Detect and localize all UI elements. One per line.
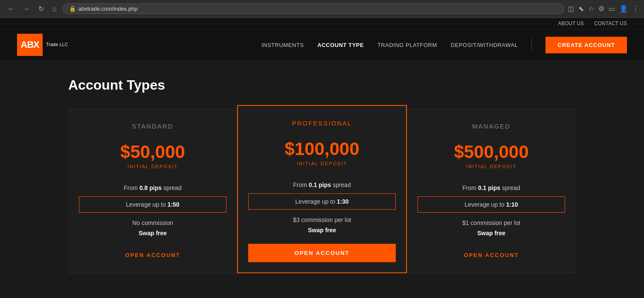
profile-icon[interactable]: 👤 <box>619 5 628 13</box>
lock-icon: 🔒 <box>69 6 76 12</box>
nav-divider <box>531 38 532 51</box>
standard-card-title: STANDARD <box>132 123 173 130</box>
page-content: Account Types STANDARD $50,000 INITIAL D… <box>0 60 644 273</box>
standard-deposit-label: INITIAL DEPOSIT <box>128 164 178 169</box>
standard-spread: From 0.8 pips spread <box>124 184 181 191</box>
create-account-button[interactable]: CREATE ACCOUNT <box>545 37 627 53</box>
nav-account-type[interactable]: ACCOUNT TYPE <box>317 42 364 48</box>
menu-icon[interactable]: ⋮ <box>632 5 639 13</box>
nav-refresh-button[interactable]: ↻ <box>36 4 46 14</box>
standard-commission: No commission <box>132 219 173 226</box>
nav-instruments[interactable]: INSTRUMENTS <box>261 42 304 48</box>
managed-card-amount: $500,000 <box>454 142 528 162</box>
url-text: abxtrade.com/index.php <box>78 6 138 12</box>
nav-home-button[interactable]: ⌂ <box>50 4 59 14</box>
managed-card-title: MANAGED <box>472 123 511 130</box>
professional-swap: Swap free <box>308 227 336 234</box>
share-icon[interactable]: ⬉ <box>578 5 584 13</box>
main-nav: INSTRUMENTS ACCOUNT TYPE TRADING PLATFOR… <box>261 37 627 53</box>
professional-commission: $3 commission per lot <box>293 216 351 223</box>
utility-bar: ABOUT US CONTACT US <box>0 18 644 29</box>
nav-trading-platform[interactable]: TRADING PLATFORM <box>377 42 437 48</box>
nav-forward-button[interactable]: → <box>20 4 32 14</box>
managed-card: MANAGED $500,000 INITIAL DEPOSIT From 0.… <box>407 108 576 273</box>
tab-icon[interactable]: ▭ <box>609 5 615 13</box>
account-cards-container: STANDARD $50,000 INITIAL DEPOSIT From 0.… <box>68 108 576 273</box>
browser-toolbar-icons: ◫ ⬉ ☆ ⚙ ▭ 👤 ⋮ <box>568 5 639 13</box>
managed-swap: Swap free <box>477 230 505 237</box>
cast-icon[interactable]: ◫ <box>568 5 574 13</box>
managed-deposit-label: INITIAL DEPOSIT <box>466 164 516 169</box>
about-us-link[interactable]: ABOUT US <box>558 20 584 26</box>
logo[interactable]: ABX Trade LLC <box>17 34 68 56</box>
professional-leverage: Leverage up to 1:30 <box>248 193 396 210</box>
standard-open-account-link[interactable]: OPEN ACCOUNT <box>125 248 180 263</box>
logo-sub: Trade LLC <box>46 42 68 47</box>
logo-text: ABX <box>20 39 39 50</box>
professional-deposit-label: INITIAL DEPOSIT <box>297 161 347 166</box>
extensions-icon[interactable]: ⚙ <box>598 5 604 13</box>
professional-open-account-button[interactable]: OPEN ACCOUNT <box>248 244 396 262</box>
main-header: ABX Trade LLC INSTRUMENTS ACCOUNT TYPE T… <box>0 29 644 60</box>
managed-spread: From 0.1 pips spread <box>462 184 520 191</box>
standard-card: STANDARD $50,000 INITIAL DEPOSIT From 0.… <box>68 108 237 273</box>
managed-leverage: Leverage up to 1:10 <box>418 196 565 213</box>
standard-swap: Swap free <box>139 230 167 237</box>
browser-chrome: ← → ↻ ⌂ 🔒 abxtrade.com/index.php ◫ ⬉ ☆ ⚙… <box>0 0 644 18</box>
address-bar[interactable]: 🔒 abxtrade.com/index.php <box>63 3 564 14</box>
contact-us-link[interactable]: CONTACT US <box>594 20 627 26</box>
professional-spread: From 0.1 pips spread <box>293 181 351 188</box>
nav-back-button[interactable]: ← <box>5 4 17 14</box>
page-title: Account Types <box>68 77 576 93</box>
managed-commission: $1 commission per lot <box>462 219 520 226</box>
managed-open-account-link[interactable]: OPEN ACCOUNT <box>464 248 519 263</box>
standard-card-amount: $50,000 <box>120 142 185 162</box>
professional-card-amount: $100,000 <box>284 139 359 159</box>
professional-card-title: PROFESSIONAL <box>292 120 352 127</box>
nav-deposit-withdrawal[interactable]: DEPOSIT/WITHDRAWAL <box>451 42 518 48</box>
standard-leverage: Leverage up to 1:50 <box>79 196 226 213</box>
star-icon[interactable]: ☆ <box>588 5 594 13</box>
professional-card: PROFESSIONAL $100,000 INITIAL DEPOSIT Fr… <box>237 105 407 273</box>
logo-square: ABX <box>17 34 43 56</box>
logo-subtext: Trade LLC <box>46 41 68 48</box>
